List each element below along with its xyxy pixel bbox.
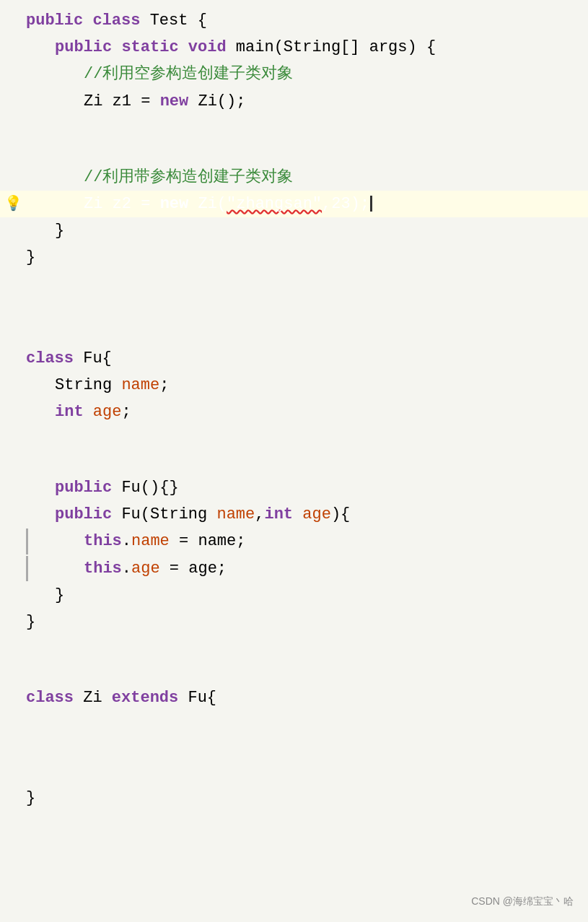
line-content: int age; xyxy=(26,399,588,425)
kw-int-token: int xyxy=(264,505,293,523)
code-line: } xyxy=(0,244,588,271)
line-content: Zi z1 = new Zi(); xyxy=(26,89,588,114)
code-line xyxy=(0,425,588,450)
code-line: } xyxy=(0,217,588,244)
kw-class-token: class xyxy=(92,12,140,30)
code-line: this.name = name; xyxy=(0,528,588,554)
code-line: class Zi extends Fu{ xyxy=(0,684,588,711)
plain-token: = name; xyxy=(170,532,246,550)
plain-token: Fu(){} xyxy=(112,479,178,497)
str-literal-token: "zhangsan" xyxy=(227,195,322,213)
plain-token: main(String[] args) { xyxy=(227,38,436,56)
plain-token: Test { xyxy=(140,12,206,30)
code-line xyxy=(0,760,588,785)
var-name-token: name xyxy=(121,376,159,394)
line-content: //利用带参构造创建子类对象 xyxy=(26,165,588,190)
line-content: } xyxy=(26,583,588,608)
kw-public-token: public xyxy=(55,38,112,56)
code-line xyxy=(0,450,588,474)
code-line xyxy=(0,115,588,139)
cn-comment-token: //利用空参构造创建子类对象 xyxy=(84,65,293,83)
kw-this-token: this xyxy=(84,560,122,578)
line-content: } xyxy=(26,786,588,811)
kw-class-token: class xyxy=(26,349,74,368)
code-line xyxy=(0,736,588,760)
var-name-token: age xyxy=(131,560,160,578)
plain-token: String xyxy=(55,376,121,394)
plain-token: Zi xyxy=(74,689,112,707)
plain-token: ){ xyxy=(331,505,350,523)
plain-token: ; xyxy=(159,376,169,394)
kw-void-token: void xyxy=(188,38,227,56)
plain-token xyxy=(179,38,188,56)
plain-token xyxy=(293,505,302,523)
cn-comment-token: //利用带参构造创建子类对象 xyxy=(84,168,293,186)
line-content: class Zi extends Fu{ xyxy=(26,685,588,710)
code-line: //利用空参构造创建子类对象 xyxy=(0,61,588,87)
kw-class-token: class xyxy=(26,689,74,707)
code-line: int age; xyxy=(0,399,588,425)
kw-public-token: public xyxy=(26,12,83,30)
line-content: Zi z2 = new Zi("zhangsan",23); xyxy=(26,191,588,217)
plain-token: Fu{ xyxy=(178,689,216,707)
plain-token: } xyxy=(26,789,35,807)
code-line xyxy=(0,711,588,736)
code-line: public Fu(){} xyxy=(0,474,588,501)
code-line: } xyxy=(0,582,588,609)
code-line: 💡Zi z2 = new Zi("zhangsan",23); xyxy=(0,191,588,217)
gutter: 💡 xyxy=(0,193,26,216)
line-content: String name; xyxy=(26,373,588,398)
kw-extends-token: extends xyxy=(112,689,178,707)
plain-token: Fu{ xyxy=(74,349,112,368)
hint-icon: 💡 xyxy=(4,193,22,216)
code-line xyxy=(0,635,588,660)
code-line: public Fu(String name,int age){ xyxy=(0,501,588,528)
code-line xyxy=(0,139,588,164)
line-content: //利用空参构造创建子类对象 xyxy=(26,61,588,87)
code-line: //利用带参构造创建子类对象 xyxy=(0,164,588,191)
kw-new-token: new xyxy=(160,195,189,213)
plain-token: } xyxy=(55,586,64,604)
plain-token: Zi z1 = xyxy=(84,92,160,110)
plain-token: } xyxy=(26,248,35,266)
line-content: public class Test { xyxy=(26,8,588,33)
code-line: public class Test { xyxy=(0,7,588,34)
kw-this-token: this xyxy=(84,532,122,550)
watermark: CSDN @海绵宝宝丶哈 xyxy=(471,893,574,909)
plain-token: Zi( xyxy=(188,195,227,213)
line-content: } xyxy=(26,609,588,635)
plain-token: } xyxy=(55,222,64,240)
code-line: Zi z1 = new Zi(); xyxy=(0,88,588,115)
plain-token: . xyxy=(122,532,131,550)
var-name-token: name xyxy=(131,532,170,550)
line-content: public static void main(String[] args) { xyxy=(26,35,588,60)
code-line: } xyxy=(0,609,588,635)
kw-int-token: int xyxy=(55,403,84,421)
plain-token: , xyxy=(255,505,264,523)
var-name-token: age xyxy=(302,505,331,523)
kw-public-token: public xyxy=(55,505,112,523)
code-line xyxy=(0,321,588,345)
line-content: } xyxy=(26,218,588,243)
kw-static-token: static xyxy=(121,38,178,56)
plain-token xyxy=(112,38,121,56)
plain-token xyxy=(83,12,92,30)
line-content: this.age = age; xyxy=(26,556,588,581)
line-content: public Fu(String name,int age){ xyxy=(26,502,588,527)
var-name-token: age xyxy=(93,403,122,421)
code-line: this.age = age; xyxy=(0,555,588,582)
plain-token: Fu(String xyxy=(112,505,216,523)
code-line: } xyxy=(0,785,588,812)
var-name-token: name xyxy=(216,505,255,523)
code-line xyxy=(0,660,588,684)
plain-token: . xyxy=(122,560,131,578)
plain-token: ,23); xyxy=(322,195,369,213)
kw-new-token: new xyxy=(160,92,189,110)
code-container: public class Test {public static void ma… xyxy=(0,0,588,922)
plain-token xyxy=(84,403,93,421)
code-line: class Fu{ xyxy=(0,345,588,372)
code-line xyxy=(0,296,588,321)
code-line: String name; xyxy=(0,372,588,399)
plain-token: ; xyxy=(121,403,131,421)
text-cursor xyxy=(370,196,372,212)
